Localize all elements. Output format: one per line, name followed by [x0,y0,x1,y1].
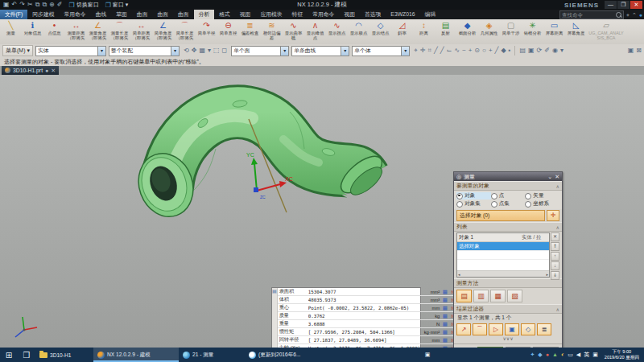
sphere-icon[interactable]: ⊕ [49,1,55,9]
minimize-button[interactable]: — [605,1,617,9]
ribbon-screen-angle[interactable]: ◺屏幕角度 [565,20,587,40]
tab-surface-2[interactable]: 曲面 [152,10,173,19]
ribbon-simple-length[interactable]: ⌒简单长度（即将失效） [174,20,196,40]
ribbon-slope[interactable]: ◿斜率 [391,20,413,40]
tab-common-commands[interactable]: 常用命令 [59,10,90,19]
ribbon-simple-radius[interactable]: ↷简单半径 [196,20,217,40]
snap-icon[interactable]: + [469,46,473,56]
section-result-filter[interactable]: 结果过滤器 ∧ [454,304,562,314]
snap-icon[interactable]: ▪ [509,46,511,56]
command-search-input[interactable]: 查找命令 [559,10,624,19]
face-rule-combo[interactable]: 单个面 ▾ [231,46,289,56]
expression-icon[interactable]: ▦ [441,321,448,327]
tab-surface-1[interactable]: 曲面 [132,10,153,19]
ribbon-reflection[interactable]: ▤反射 [435,20,456,40]
tray-icon[interactable]: ◐ [561,348,564,362]
expression-icon[interactable]: ▦ [441,313,448,319]
switch-window-button[interactable]: ❐ 切换窗口 [66,1,102,9]
method-pair-button[interactable]: ▥ [473,290,489,302]
ribbon-knots[interactable]: ◇显示结点 [369,20,391,40]
scroll-left-icon[interactable]: ◂ [458,272,460,277]
dialog-title-bar[interactable]: ◎ 测量 ⌄ ✕ [454,172,562,181]
ribbon-geometric-properties[interactable]: ◈几何属性 [478,20,500,40]
pen-icon[interactable]: ✐ [57,1,63,9]
tab-feature[interactable]: 特征 [287,10,308,19]
tray-icon[interactable]: ● [546,348,549,362]
move-down-button[interactable]: ↓ [551,261,559,270]
select-object-button[interactable]: ✛ [547,210,559,221]
copy-icon[interactable]: ⧉ [35,1,40,9]
taskbar-clock[interactable]: 下午 9:00 2019/6/20 星期四 [601,349,642,360]
dialog-clip-icon[interactable]: ⌄ [547,173,552,180]
snap-icon[interactable]: ╱ [495,46,499,56]
filter-volume-button[interactable]: ◇ [521,323,535,335]
filter-list-button[interactable]: ≣ [537,323,551,335]
expression-icon[interactable]: ▦ [441,337,448,343]
pipe-elbow-model[interactable] [130,100,387,224]
toolbar-icon[interactable]: ◉ [552,46,558,56]
method-chain-button[interactable]: ▦ [490,290,506,302]
ribbon-point-info[interactable]: •点信息 [43,20,65,40]
ribbon-object-info[interactable]: ℹ对象信息 [22,20,43,40]
ribbon-simple-interference[interactable]: ▢简单干涉 [500,20,522,40]
object-list[interactable]: 对象 1 实体 / 拉 选择对象 ◂ ▸ [456,232,550,278]
tab-analysis[interactable]: 分析 [194,10,215,19]
graphics-viewport[interactable]: XC YC ZC ▤ 表面积15304.3077mm²▦fx 体积48035.9… [0,75,644,348]
taskbar-app-measure-info[interactable]: 21 - 测量 [179,348,233,362]
toolbar-icon[interactable]: ⬚ [213,46,220,56]
help-icon[interactable]: ● [639,12,642,18]
expression-icon[interactable]: ▦ [441,329,448,335]
radio-csys[interactable]: 坐标系 [525,200,559,208]
snap-icon[interactable]: ╱ [434,46,438,56]
start-button[interactable]: ⊞ [0,348,18,362]
radio-object-set[interactable]: 对象集 [456,200,491,208]
tray-icon[interactable]: ▲ [552,348,558,362]
ribbon-inflection-points[interactable]: ∿显示拐点 [326,20,348,40]
tab-view-2[interactable]: 视图 [339,10,360,19]
select-object-field[interactable]: 选择对象 (0) [456,210,545,221]
collapse-ribbon-icon[interactable]: ⌃ [632,12,637,19]
undo-icon[interactable]: ↶ [12,1,18,9]
collapse-icon[interactable]: ∧ [556,306,559,312]
input-language-indicator[interactable]: 英 [584,351,589,359]
toolbar-icon[interactable]: ▤ [519,46,526,56]
tray-icon[interactable]: ✦ [530,348,535,362]
snap-icon[interactable]: ◆ [501,46,506,56]
tray-icon[interactable]: ▣ [425,348,431,362]
toolbar-icon[interactable]: ⊠ [636,46,642,56]
ribbon-adjacent-edge-deviation[interactable]: ≋相邻边偏差 [261,20,283,40]
part-tab[interactable]: 3D10-H1.prt ● ✕ [2,66,59,75]
tab-preferences[interactable]: 首选项 [360,10,386,19]
expression-icon[interactable]: ▦ [441,305,448,311]
scope-filter-combo[interactable]: 整个装配 ▾ [109,46,180,56]
snap-icon[interactable]: ~ [462,46,466,56]
filter-angle-button[interactable]: ⌒ [473,323,487,335]
restore-button[interactable]: ❐ [617,1,630,9]
move-up-button[interactable]: ↑ [551,252,559,261]
toolbar-icon[interactable]: ⟳ [537,46,543,56]
ribbon-measure-length[interactable]: ⌒测量长度（即将失效） [109,20,130,40]
dialog-close-icon[interactable]: ✕ [555,173,559,180]
taskbar-app-browser[interactable]: (更新到2016年6... [245,348,322,362]
method-group-button[interactable]: ▧ [507,290,522,302]
collapse-icon[interactable]: ∧ [556,183,559,189]
menu-button[interactable]: 菜单(M) ▾ [2,45,33,56]
toolbar-icon[interactable]: ✥ [192,46,197,56]
ribbon-measure-angle[interactable]: ∠测量角度（即将失效） [87,20,109,40]
toolbar-icon[interactable]: ▾ [560,46,564,56]
tab-custom[interactable]: E3WZ016 [386,10,419,19]
snap-icon[interactable]: ∿ [454,46,460,56]
tab-view-1[interactable]: 视图 [235,10,256,19]
volume-tray-icon[interactable]: ◀ [576,348,580,362]
toolbar-icon[interactable]: ⟲ [184,46,189,56]
tab-common-commands-2[interactable]: 常用命令 [308,10,339,19]
filter-area-button[interactable]: ▷ [489,323,503,335]
redo-icon[interactable]: ↷ [19,1,25,9]
section-list[interactable]: 列表 ∧ [454,222,562,232]
body-rule-combo[interactable]: 单个体 ▾ [352,46,410,56]
ribbon-measure[interactable]: ╲测量 [0,20,22,40]
part-tab-pin-icon[interactable]: ● [45,68,48,73]
ribbon-distance[interactable]: ↕距离 [413,20,435,40]
snap-icon[interactable]: ╱ [440,46,444,56]
tab-synchronous-modeling[interactable]: 同步建模 [27,10,59,19]
